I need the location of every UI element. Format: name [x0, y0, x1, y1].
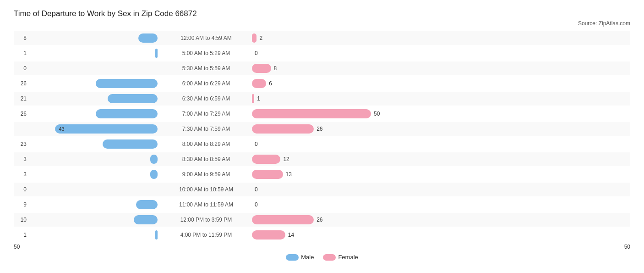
male-swatch: [286, 254, 299, 261]
female-value: 26: [317, 126, 322, 132]
time-label: 11:00 AM to 11:59 AM: [160, 201, 252, 208]
left-section: 0: [14, 64, 160, 73]
female-bar: [252, 155, 280, 164]
female-bar: [252, 109, 371, 118]
left-section: 0: [14, 185, 160, 194]
male-bar-wrap: [28, 79, 158, 88]
male-bar-wrap: [28, 33, 158, 43]
female-bar: [252, 124, 314, 134]
left-section: 23: [14, 139, 160, 149]
right-section: 14: [252, 230, 630, 240]
male-bar-wrap: [28, 64, 158, 73]
left-section: 1: [14, 49, 160, 58]
left-section: 10: [14, 215, 160, 224]
bar-row: 14:00 PM to 11:59 PM14: [14, 228, 630, 242]
male-bar-wrap: [28, 155, 158, 164]
left-section: 1: [14, 230, 160, 240]
male-bar-wrap: [28, 200, 158, 209]
bar-row: 911:00 AM to 11:59 AM0: [14, 198, 630, 212]
bar-row: 238:00 AM to 8:29 AM0: [14, 137, 630, 151]
bar-row: 38:30 AM to 8:59 AM12: [14, 152, 630, 166]
male-value: 21: [14, 95, 27, 102]
female-value: 50: [374, 111, 380, 117]
time-label: 7:00 AM to 7:29 AM: [160, 111, 252, 117]
male-value: 23: [14, 141, 27, 147]
chart-container: Time of Departure to Work by Sex in Zip …: [14, 9, 630, 261]
male-bar: [96, 79, 158, 88]
time-label: 12:00 PM to 3:59 PM: [160, 217, 252, 223]
male-value: 1: [14, 232, 27, 238]
male-bar-wrap: [28, 230, 158, 240]
right-section: 50: [252, 109, 630, 118]
male-bar: [136, 200, 158, 209]
bar-row: 05:30 AM to 5:59 AM8: [14, 61, 630, 75]
female-value: 12: [283, 156, 289, 162]
left-section: 8: [14, 33, 160, 43]
time-label: 8:00 AM to 8:29 AM: [160, 141, 252, 147]
male-bar: [150, 170, 158, 179]
bar-row: 437:30 AM to 7:59 AM26: [14, 122, 630, 136]
male-value: 8: [14, 35, 27, 41]
male-bar: [108, 94, 158, 103]
source-text: Source: ZipAtlas.com: [14, 20, 630, 27]
chart-title: Time of Departure to Work by Sex in Zip …: [14, 9, 630, 18]
male-value: 1: [14, 50, 27, 56]
female-value: 0: [255, 50, 258, 56]
right-section: 13: [252, 170, 630, 179]
male-bar-wrap: [28, 94, 158, 103]
female-swatch: [323, 254, 336, 261]
chart-legend: Male Female: [14, 254, 630, 261]
bar-row: 812:00 AM to 4:59 AM2: [14, 31, 630, 45]
female-bar: [252, 64, 271, 73]
left-section: 26: [14, 109, 160, 118]
right-section: 0: [252, 200, 630, 209]
right-section: 0: [252, 49, 630, 58]
male-value: 10: [14, 217, 27, 223]
male-bar-wrap: 43: [28, 124, 158, 134]
time-label: 9:00 AM to 9:59 AM: [160, 171, 252, 178]
male-bar: 43: [55, 124, 158, 134]
female-value: 13: [286, 171, 292, 178]
time-label: 5:00 AM to 5:29 AM: [160, 50, 252, 56]
time-label: 10:00 AM to 10:59 AM: [160, 186, 252, 193]
time-label: 7:30 AM to 7:59 AM: [160, 126, 252, 132]
female-value: 8: [274, 65, 277, 72]
male-value: 26: [14, 80, 27, 87]
legend-male: Male: [286, 254, 314, 261]
female-value: 1: [257, 95, 260, 102]
right-section: 1: [252, 94, 630, 103]
bar-row: 010:00 AM to 10:59 AM0: [14, 183, 630, 196]
female-bar: [252, 33, 257, 43]
male-bar-wrap: [28, 215, 158, 224]
right-section: 2: [252, 33, 630, 43]
male-bar-wrap: [28, 185, 158, 194]
bar-row: 267:00 AM to 7:29 AM50: [14, 107, 630, 121]
bar-row: 15:00 AM to 5:29 AM0: [14, 46, 630, 60]
male-value: 26: [14, 111, 27, 117]
left-section: 43: [14, 124, 160, 134]
time-label: 6:30 AM to 6:59 AM: [160, 95, 252, 102]
male-bar: [150, 155, 158, 164]
female-label: Female: [338, 254, 358, 261]
female-value: 0: [255, 186, 258, 193]
male-value: 3: [14, 171, 27, 178]
bar-row: 216:30 AM to 6:59 AM1: [14, 92, 630, 106]
left-section: 9: [14, 200, 160, 209]
axis-right-value: 50: [617, 244, 630, 250]
left-section: 3: [14, 170, 160, 179]
male-value: 3: [14, 156, 27, 162]
male-bar-wrap: [28, 109, 158, 118]
legend-female: Female: [323, 254, 358, 261]
male-bar-wrap: [28, 49, 158, 58]
left-section: 3: [14, 155, 160, 164]
male-value: 9: [14, 201, 27, 208]
bar-row: 266:00 AM to 6:29 AM6: [14, 77, 630, 90]
female-bar: [252, 170, 283, 179]
right-section: 6: [252, 79, 630, 88]
right-section: 26: [252, 215, 630, 224]
female-value: 2: [259, 35, 262, 41]
female-bar: [252, 94, 254, 103]
chart-area: 812:00 AM to 4:59 AM215:00 AM to 5:29 AM…: [14, 31, 630, 242]
male-value: 0: [14, 186, 27, 193]
female-value: 6: [269, 80, 272, 87]
